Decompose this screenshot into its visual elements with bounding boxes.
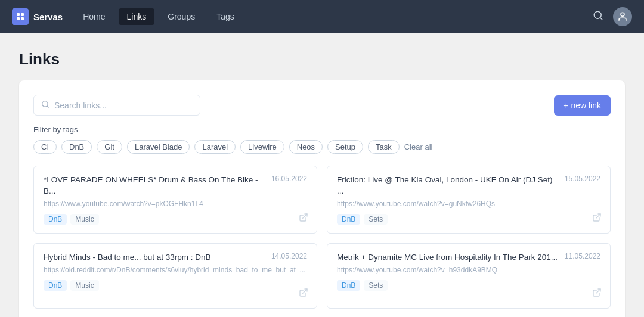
link-url-3: https://www.youtube.com/watch?v=h93ddkA9… (337, 266, 600, 274)
tags-row: CI DnB Git Laravel Blade Laravel Livewir… (33, 140, 611, 154)
link-card-2: Hybrid Minds - Bad to me... but at 33rpm… (33, 243, 317, 309)
link-date-1: 15.05.2022 (565, 175, 600, 183)
page-title: Links (19, 50, 625, 69)
tag-ci[interactable]: CI (33, 140, 57, 154)
nav-links[interactable]: Links (119, 8, 155, 25)
link-url-2: https://old.reddit.com/r/DnB/comments/s6… (44, 266, 307, 274)
link-date-0: 16.05.2022 (271, 175, 307, 183)
page-content: Links + new link Filter by tags CI DnB G… (0, 33, 644, 317)
tag-neos[interactable]: Neos (289, 140, 323, 154)
svg-line-10 (596, 214, 600, 218)
svg-line-12 (596, 289, 600, 293)
link-tag-dnb-2[interactable]: DnB (44, 280, 67, 291)
external-link-icon-0[interactable] (299, 213, 308, 225)
svg-line-9 (303, 214, 307, 218)
svg-line-11 (303, 289, 307, 293)
link-card-header-3: Metrik + Dynamite MC Live from Hospitali… (337, 252, 600, 263)
search-input[interactable] (54, 101, 193, 110)
main-card: + new link Filter by tags CI DnB Git Lar… (19, 80, 625, 317)
brand-name: Servas (33, 12, 63, 22)
link-url-1: https://www.youtube.com/watch?v=guNktw26… (337, 200, 600, 208)
svg-line-5 (600, 17, 602, 19)
link-tag-dnb-1[interactable]: DnB (337, 214, 360, 225)
link-tags-2: DnB Music (44, 280, 307, 291)
link-url-0: https://www.youtube.com/watch?v=pkOGFHkn… (44, 200, 307, 208)
link-date-3: 11.05.2022 (565, 252, 600, 260)
clear-all-button[interactable]: Clear all (404, 142, 433, 151)
tag-setup[interactable]: Setup (327, 140, 363, 154)
svg-rect-2 (17, 17, 20, 20)
svg-point-6 (621, 13, 624, 16)
nav-home[interactable]: Home (75, 8, 113, 25)
search-bar[interactable] (33, 95, 200, 116)
svg-rect-1 (21, 13, 24, 16)
search-bar-icon (41, 100, 49, 110)
link-tags-0: DnB Music (44, 214, 307, 225)
svg-rect-0 (17, 13, 20, 16)
brand[interactable]: Servas (12, 8, 63, 25)
external-link-icon-1[interactable] (592, 213, 602, 225)
tag-laravel-blade[interactable]: Laravel Blade (127, 140, 190, 154)
link-card-3: Metrik + Dynamite MC Live from Hospitali… (327, 243, 611, 309)
link-title-3: Metrik + Dynamite MC Live from Hospitali… (337, 252, 565, 263)
link-tag-music-2[interactable]: Music (70, 280, 98, 291)
link-tag-sets-1[interactable]: Sets (364, 214, 388, 225)
link-tags-1: DnB Sets (337, 214, 600, 225)
link-card-1: Friction: Live @ The Kia Oval, London - … (327, 166, 611, 234)
link-title-2: Hybrid Minds - Bad to me... but at 33rpm… (44, 252, 271, 263)
tag-laravel[interactable]: Laravel (194, 140, 236, 154)
link-title-1: Friction: Live @ The Kia Oval, London - … (337, 175, 565, 197)
link-tag-dnb-0[interactable]: DnB (44, 214, 67, 225)
external-link-icon-2[interactable] (299, 288, 308, 300)
search-icon[interactable] (593, 10, 603, 24)
link-card-header-0: *LOVE PARADE ON WHEELS* Drum & Bass On T… (44, 175, 307, 197)
tag-livewire[interactable]: Livewire (240, 140, 284, 154)
link-tag-music-0[interactable]: Music (70, 214, 98, 225)
link-card-0: *LOVE PARADE ON WHEELS* Drum & Bass On T… (33, 166, 317, 234)
brand-icon (12, 8, 29, 25)
link-card-header-1: Friction: Live @ The Kia Oval, London - … (337, 175, 600, 197)
tag-dnb[interactable]: DnB (61, 140, 92, 154)
link-card-header-2: Hybrid Minds - Bad to me... but at 33rpm… (44, 252, 307, 263)
search-row: + new link (33, 95, 611, 116)
link-tags-3: DnB Sets (337, 280, 600, 291)
avatar[interactable] (613, 7, 632, 26)
tag-git[interactable]: Git (97, 140, 122, 154)
filter-label: Filter by tags (33, 125, 611, 134)
link-tag-dnb-3[interactable]: DnB (337, 280, 360, 291)
svg-line-8 (47, 106, 49, 108)
nav-groups[interactable]: Groups (159, 8, 203, 25)
new-link-button[interactable]: + new link (554, 95, 611, 116)
nav-tags[interactable]: Tags (208, 8, 243, 25)
navbar: Servas Home Links Groups Tags (0, 0, 644, 33)
svg-rect-3 (21, 17, 24, 20)
links-grid: *LOVE PARADE ON WHEELS* Drum & Bass On T… (33, 166, 611, 309)
link-date-2: 14.05.2022 (271, 252, 307, 260)
navbar-right (593, 7, 632, 26)
link-tag-sets-3[interactable]: Sets (364, 280, 388, 291)
tag-task[interactable]: Task (368, 140, 400, 154)
link-title-0: *LOVE PARADE ON WHEELS* Drum & Bass On T… (44, 175, 271, 197)
external-link-icon-3[interactable] (592, 288, 602, 300)
